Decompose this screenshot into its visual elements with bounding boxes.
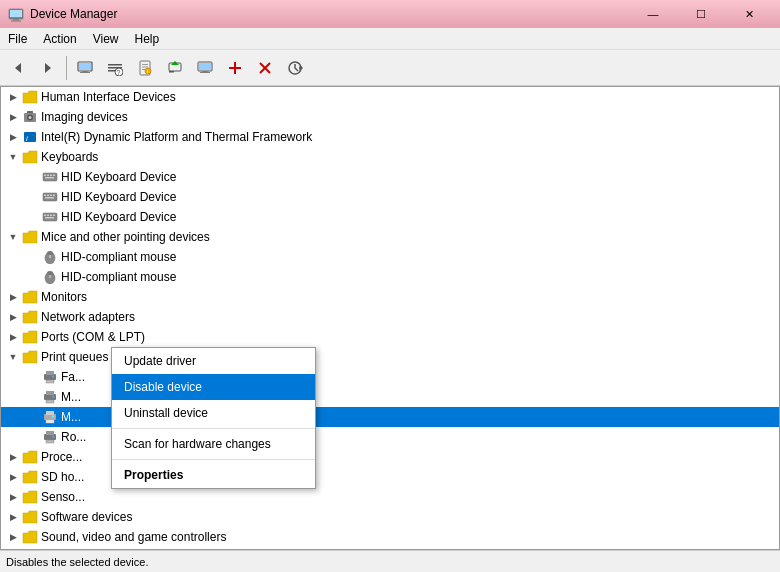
menu-help[interactable]: Help (127, 28, 168, 49)
context-menu-scan[interactable]: Scan for hardware changes (112, 431, 315, 457)
expander-icon[interactable]: ▶ (5, 549, 21, 550)
search-icon-btn[interactable]: ? (101, 54, 129, 82)
context-menu-disable-device[interactable]: Disable device (112, 374, 315, 400)
svg-point-63 (47, 271, 53, 275)
sensors-folder-icon (21, 488, 39, 506)
expander-keyboard[interactable]: ▼ (5, 149, 21, 165)
printer-icon (41, 388, 59, 406)
expander-icon[interactable]: ▶ (5, 329, 21, 345)
uninstall-btn[interactable] (251, 54, 279, 82)
tree-item-label: Imaging devices (41, 110, 775, 124)
back-button[interactable] (4, 54, 32, 82)
svg-rect-10 (108, 64, 122, 66)
mouse-icon (41, 248, 59, 266)
svg-rect-65 (46, 371, 54, 375)
printer-icon (41, 428, 59, 446)
svg-point-36 (29, 116, 32, 119)
expander-icon[interactable]: ▶ (5, 489, 21, 505)
tree-item-sound[interactable]: ▶ Sound, video and game controllers (1, 527, 779, 547)
monitor-folder-icon (21, 288, 39, 306)
close-button[interactable]: ✕ (726, 0, 772, 28)
tree-item-label: Intel(R) Dynamic Platform and Thermal Fr… (41, 130, 775, 144)
svg-marker-5 (45, 63, 51, 73)
title-bar: Device Manager — ☐ ✕ (0, 0, 780, 28)
menu-action[interactable]: Action (35, 28, 84, 49)
context-menu-properties[interactable]: Properties (112, 462, 315, 488)
monitor-icon-btn[interactable] (191, 54, 219, 82)
print-folder-icon (21, 348, 39, 366)
tree-item-hid-kb-3[interactable]: ▶ HID Keyboard Device (1, 207, 779, 227)
menu-file[interactable]: File (0, 28, 35, 49)
expander-icon[interactable]: ▶ (5, 309, 21, 325)
expander-icon[interactable]: ▶ (5, 469, 21, 485)
scan-btn[interactable] (281, 54, 309, 82)
keyboard-icon (41, 208, 59, 226)
tree-item-imaging[interactable]: ▶ Imaging devices (1, 107, 779, 127)
svg-rect-78 (46, 440, 54, 443)
tree-item-human-interface[interactable]: ▶ Human Interface Devices (1, 87, 779, 107)
menu-view[interactable]: View (85, 28, 127, 49)
computer-icon-btn[interactable] (71, 54, 99, 82)
svg-rect-77 (46, 431, 54, 435)
sd-folder-icon (21, 468, 39, 486)
ports-folder-icon (21, 328, 39, 346)
tree-item-sensors[interactable]: ▶ Senso... (1, 487, 779, 507)
tree-view[interactable]: ▶ Human Interface Devices ▶ Imaging devi… (0, 86, 780, 550)
tree-item-label: Keyboards (41, 150, 775, 164)
svg-rect-50 (53, 195, 55, 197)
tree-item-hid-mouse-1[interactable]: ▶ HID-compliant mouse (1, 247, 779, 267)
expander-icon[interactable]: ▶ (5, 129, 21, 145)
tree-item-software-devices[interactable]: ▶ Software devices (1, 507, 779, 527)
svg-rect-7 (79, 63, 91, 70)
minimize-button[interactable]: — (630, 0, 676, 28)
svg-rect-41 (44, 175, 46, 177)
svg-rect-74 (46, 420, 54, 423)
properties-icon-btn[interactable]: ! (131, 54, 159, 82)
toolbar: ? ! (0, 50, 780, 86)
window-controls[interactable]: — ☐ ✕ (630, 0, 772, 28)
expander-icon[interactable]: ▶ (5, 529, 21, 545)
svg-rect-54 (47, 215, 49, 217)
window-title: Device Manager (30, 7, 117, 21)
update-driver-icon-btn[interactable] (161, 54, 189, 82)
tree-item-storage[interactable]: ▶ Storage controllers (1, 547, 779, 550)
svg-rect-23 (169, 71, 174, 73)
svg-rect-27 (200, 72, 210, 73)
expander-mice[interactable]: ▼ (5, 229, 21, 245)
add-hardware-btn[interactable] (221, 54, 249, 82)
forward-button[interactable] (34, 54, 62, 82)
tree-item-label: HID-compliant mouse (61, 270, 775, 284)
processor-folder-icon (21, 448, 39, 466)
maximize-button[interactable]: ☐ (678, 0, 724, 28)
svg-rect-26 (203, 71, 208, 72)
tree-item-mice[interactable]: ▼ Mice and other pointing devices (1, 227, 779, 247)
tree-item-label: Network adapters (41, 310, 775, 324)
context-menu-uninstall[interactable]: Uninstall device (112, 400, 315, 426)
svg-rect-51 (45, 197, 54, 199)
expander-icon[interactable]: ▶ (5, 449, 21, 465)
svg-rect-29 (229, 67, 241, 69)
keyboard-icon (41, 188, 59, 206)
mouse-icon (41, 268, 59, 286)
svg-rect-67 (52, 376, 54, 378)
tree-item-keyboards[interactable]: ▼ Keyboards (1, 147, 779, 167)
tree-item-hid-kb-2[interactable]: ▶ HID Keyboard Device (1, 187, 779, 207)
expander-print[interactable]: ▼ (5, 349, 21, 365)
expander-icon[interactable]: ▶ (5, 509, 21, 525)
expander-icon[interactable]: ▶ (5, 109, 21, 125)
svg-rect-56 (53, 215, 55, 217)
tree-item-ports[interactable]: ▶ Ports (COM & LPT) (1, 327, 779, 347)
tree-item-label: HID Keyboard Device (61, 210, 775, 224)
context-menu-update-driver[interactable]: Update driver (112, 348, 315, 374)
expander-icon[interactable]: ▶ (5, 289, 21, 305)
tree-item-monitors[interactable]: ▶ Monitors (1, 287, 779, 307)
expander-icon[interactable]: ▶ (5, 89, 21, 105)
tree-item-label: HID-compliant mouse (61, 250, 775, 264)
svg-rect-25 (199, 63, 211, 70)
tree-item-hid-kb-1[interactable]: ▶ HID Keyboard Device (1, 167, 779, 187)
tree-item-network[interactable]: ▶ Network adapters (1, 307, 779, 327)
tree-item-hid-mouse-2[interactable]: ▶ HID-compliant mouse (1, 267, 779, 287)
uninstall-label: Uninstall device (124, 406, 208, 420)
tree-item-intel-thermal[interactable]: ▶ i Intel(R) Dynamic Platform and Therma… (1, 127, 779, 147)
svg-rect-9 (80, 72, 90, 73)
